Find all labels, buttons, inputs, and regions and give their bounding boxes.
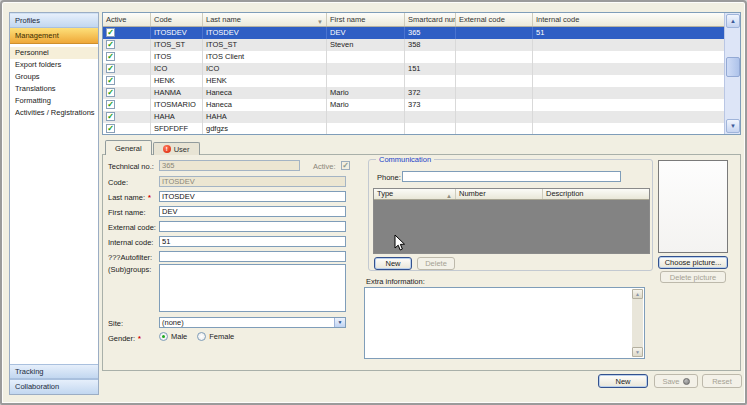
sidebar-item-formatting[interactable]: Formatting: [10, 95, 98, 107]
column-header-external-code[interactable]: External code: [456, 13, 533, 26]
personnel-table: Active Code Last name▼ First name Smartc…: [102, 12, 741, 135]
active-checkbox[interactable]: ✓: [106, 28, 115, 37]
autofilter-field[interactable]: [159, 251, 346, 262]
external-code-field[interactable]: [159, 221, 346, 232]
subgroups-field[interactable]: [159, 264, 346, 312]
table-cell: DEV: [327, 27, 405, 39]
technical-no-field: [159, 160, 300, 171]
first-name-field[interactable]: [159, 206, 346, 217]
active-checkbox[interactable]: ✓: [106, 64, 115, 73]
table-cell: [533, 75, 725, 87]
app-window: Profiles Management PersonnelExport fold…: [0, 0, 747, 405]
table-cell: [456, 39, 533, 51]
sidebar-item-personnel[interactable]: Personnel: [10, 47, 98, 59]
reset-button[interactable]: Reset: [702, 374, 742, 388]
delete-picture-button[interactable]: Delete picture: [660, 271, 726, 283]
table-cell: [533, 123, 725, 135]
last-name-field[interactable]: [159, 191, 346, 202]
table-cell: ITOSMARIO: [151, 99, 203, 111]
textarea-scrollbar[interactable]: ▲ ▼: [632, 289, 643, 357]
scrollbar-thumb[interactable]: [726, 57, 740, 77]
table-cell: ICO: [203, 63, 327, 75]
active-checkbox[interactable]: ✓: [106, 100, 115, 109]
table-cell: Haneca: [203, 99, 327, 111]
table-row[interactable]: ✓ITOSiTOS Client: [103, 51, 725, 63]
table-row[interactable]: ✓HAHAHAHA: [103, 111, 725, 123]
table-row[interactable]: ✓ICOICO151: [103, 63, 725, 75]
table-cell: [533, 111, 725, 123]
communication-table: Type▲ Number Description: [373, 188, 650, 254]
scrollbar-down-icon[interactable]: ▼: [726, 119, 740, 133]
table-cell: ITOSDEV: [203, 27, 327, 39]
communication-new-button[interactable]: New: [374, 257, 412, 270]
sidebar-group-management[interactable]: Management: [10, 28, 98, 44]
table-scrollbar[interactable]: ▲ ▼: [724, 13, 740, 134]
table-cell: [405, 75, 456, 87]
radio-icon: [159, 332, 168, 341]
column-header-active[interactable]: Active: [103, 13, 151, 26]
column-header-smartcard[interactable]: Smartcard number: [405, 13, 456, 26]
save-status-icon: [683, 378, 690, 385]
column-header-number[interactable]: Number: [456, 189, 543, 199]
communication-delete-button[interactable]: Delete: [417, 257, 455, 270]
sort-desc-icon: ▼: [317, 16, 323, 26]
column-header-first-name[interactable]: First name: [327, 13, 405, 26]
table-cell: [456, 99, 533, 111]
table-row[interactable]: ✓ITOSMARIOHanecaMario373: [103, 99, 725, 111]
choose-picture-button[interactable]: Choose picture...: [658, 256, 728, 269]
sidebar-item-translations[interactable]: Translations: [10, 83, 98, 95]
scrollbar-up-icon[interactable]: ▲: [726, 14, 740, 28]
phone-field[interactable]: [402, 171, 621, 182]
communication-table-body[interactable]: [374, 200, 649, 253]
gender-radio-female[interactable]: Female: [197, 332, 234, 341]
internal-code-field[interactable]: [159, 236, 346, 247]
new-button[interactable]: New: [598, 374, 648, 388]
active-checkbox[interactable]: ✓: [106, 88, 115, 97]
active-label: Active:: [313, 162, 336, 171]
sidebar-item-export-folders[interactable]: Export folders: [10, 59, 98, 71]
chevron-down-icon[interactable]: ▼: [334, 318, 345, 327]
tab-general[interactable]: General: [105, 140, 152, 155]
table-row[interactable]: ✓HANMAHanecaMario372: [103, 87, 725, 99]
table-row[interactable]: ✓ITOSDEVITOSDEVDEV36551: [103, 27, 725, 39]
active-checkbox[interactable]: ✓: [106, 76, 115, 85]
table-cell: HANMA: [151, 87, 203, 99]
detail-tabstrip: General !User: [105, 140, 200, 155]
sidebar-group-collaboration[interactable]: Collaboration: [10, 379, 98, 394]
column-header-code[interactable]: Code: [151, 13, 203, 26]
site-select[interactable]: (none)▼: [159, 317, 346, 328]
extra-information-field[interactable]: ▲ ▼: [364, 287, 645, 359]
column-header-type[interactable]: Type▲: [374, 189, 456, 199]
table-cell: 373: [405, 99, 456, 111]
active-checkbox[interactable]: ✓: [106, 124, 115, 133]
column-header-description[interactable]: Description: [543, 189, 649, 199]
sidebar-group-profiles[interactable]: Profiles: [10, 13, 98, 28]
table-cell: [405, 111, 456, 123]
sidebar-group-tracking[interactable]: Tracking: [10, 364, 98, 379]
table-cell: [327, 75, 405, 87]
sidebar-nav: PersonnelExport foldersGroupsTranslation…: [10, 44, 98, 119]
sidebar-item-groups[interactable]: Groups: [10, 71, 98, 83]
tab-user[interactable]: !User: [153, 142, 200, 155]
gender-radiogroup: MaleFemale: [159, 332, 244, 343]
active-checkbox[interactable]: ✓: [106, 112, 115, 121]
table-row[interactable]: ✓HENKHENK: [103, 75, 725, 87]
save-button[interactable]: Save: [654, 374, 698, 388]
table-row[interactable]: ✓ITOS_STITOS_STSteven358: [103, 39, 725, 51]
gender-radio-male[interactable]: Male: [159, 332, 187, 341]
table-row[interactable]: ✓SFDFDFFgdfgzs: [103, 123, 725, 135]
table-cell: HENK: [203, 75, 327, 87]
active-checkbox[interactable]: ✓: [106, 40, 115, 49]
scrollbar-down-icon[interactable]: ▼: [632, 347, 643, 357]
table-cell: [456, 111, 533, 123]
active-checkbox[interactable]: ✓: [106, 52, 115, 61]
sidebar-item-activities-registrations[interactable]: Activities / Registrations: [10, 107, 98, 119]
code-field: [159, 176, 346, 187]
scrollbar-up-icon[interactable]: ▲: [632, 289, 643, 299]
table-cell: Steven: [327, 39, 405, 51]
column-header-internal-code[interactable]: Internal code: [533, 13, 725, 26]
grid-body: ✓ITOSDEVITOSDEVDEV36551✓ITOS_STITOS_STSt…: [103, 27, 725, 135]
column-header-last-name[interactable]: Last name▼: [203, 13, 327, 26]
radio-icon: [197, 332, 206, 341]
table-cell: 372: [405, 87, 456, 99]
